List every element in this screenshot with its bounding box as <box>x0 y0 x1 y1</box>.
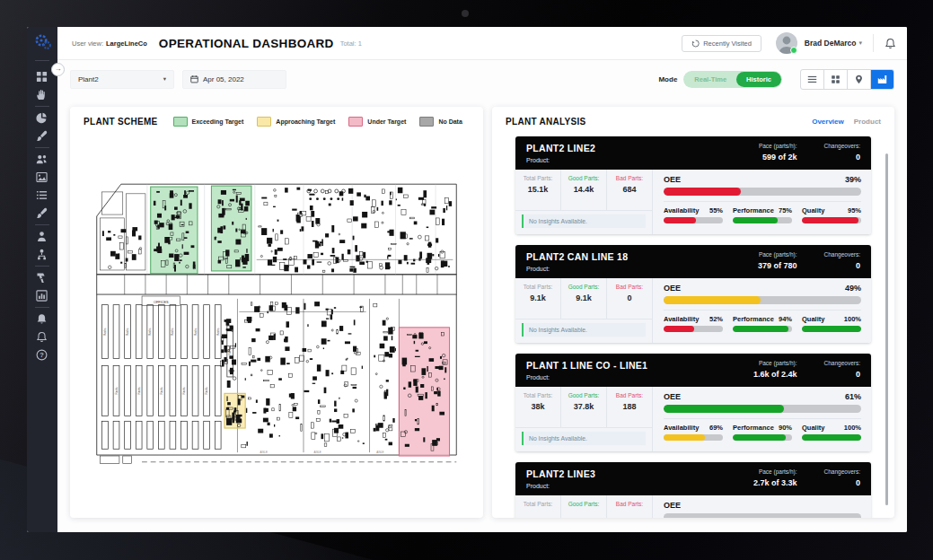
sidebar-item-pie-chart-icon[interactable] <box>35 111 48 125</box>
good-parts-label: Good Parts: <box>561 175 606 181</box>
app-logo-icon <box>33 32 52 51</box>
quality-label: Quality <box>802 424 824 432</box>
plant-select-value: Plant2 <box>78 75 99 83</box>
factory-icon <box>877 74 887 84</box>
plant-view-button[interactable] <box>870 70 893 89</box>
pace-value: 2.7k of 3.3k <box>753 478 797 487</box>
quality-value: 100% <box>844 315 861 323</box>
performance-label: Performance <box>733 206 774 214</box>
line-card[interactable]: PLANT2 LINE2 Product: Pace (parts/h): 59… <box>515 136 871 234</box>
view-switcher <box>800 69 894 90</box>
insights-note: No Insights Available. <box>522 323 646 337</box>
sidebar-divider <box>35 266 49 267</box>
line-cards-list: PLANT2 LINE2 Product: Pace (parts/h): 59… <box>492 131 894 518</box>
history-icon <box>691 39 700 48</box>
changeovers-label: Changeovers: <box>824 360 860 366</box>
zone-under[interactable] <box>399 328 449 456</box>
performance-bar <box>733 434 792 441</box>
availability-label: Availability <box>664 206 699 214</box>
line-name: PLANT2 LINE3 <box>526 468 595 479</box>
zone-exceeding[interactable] <box>151 187 198 274</box>
map-view-button[interactable] <box>847 70 870 89</box>
sidebar-item-list-icon[interactable] <box>35 188 48 202</box>
total-parts-label: Total Parts: <box>515 501 560 507</box>
line-card-body: Total Parts:9.1k Good Parts:9.1k Bad Par… <box>515 278 871 343</box>
oee-bar <box>664 188 861 196</box>
sidebar-item-dashboard-grid-icon[interactable] <box>35 70 48 83</box>
performance-value: 75% <box>779 206 792 214</box>
oee-label: OEE <box>664 392 681 401</box>
mode-option-realtime[interactable]: Real-Time <box>684 72 736 87</box>
sidebar-divider <box>35 224 49 225</box>
sidebar-expand-button[interactable]: → <box>51 63 65 76</box>
bad-parts-label: Bad Parts: <box>607 175 652 181</box>
good-parts-label: Good Parts: <box>561 284 606 290</box>
line-card[interactable]: PLANT2 LINE3 Product: Pace (parts/h): 2.… <box>515 462 871 518</box>
line-name: PLANT2 CAN LINE 18 <box>526 251 628 262</box>
oee-bar-fill <box>664 296 761 304</box>
floor-plan: OFFICESRacksRacksRacksRacksRacksRacksRac… <box>70 131 483 518</box>
oee-label: OEE <box>664 284 681 293</box>
grid-view-button[interactable] <box>823 70 847 89</box>
line-card-header: PLANT2 CAN LINE 18 Product: Pace (parts/… <box>515 245 871 278</box>
performance-value: 90% <box>779 424 792 432</box>
oee-value: 39% <box>845 175 861 184</box>
map-pin-icon <box>854 74 864 84</box>
date-value: Apr 05, 2022 <box>203 75 244 83</box>
line-card-body: Total Parts:15.1k Good Parts:14.4k Bad P… <box>515 170 871 234</box>
recently-visited-button[interactable]: Recently Visited <box>682 35 761 52</box>
good-parts-value: 37.8k <box>561 402 606 411</box>
date-picker[interactable]: Apr 05, 2022 <box>182 70 286 89</box>
legend-item-exceeding: Exceeding Target <box>173 117 244 127</box>
pace-label: Pace (parts/h): <box>758 251 797 258</box>
legend-swatch-exceeding <box>173 117 188 127</box>
sidebar-item-image-icon[interactable] <box>35 171 48 184</box>
bad-parts-value: 684 <box>607 185 652 194</box>
changeovers-value: 0 <box>824 261 860 270</box>
performance-value: 94% <box>779 315 792 323</box>
sidebar-item-workflow-icon[interactable] <box>35 248 48 261</box>
chevron-down-icon: ▾ <box>858 39 862 47</box>
sidebar-item-brush-2-icon[interactable] <box>35 206 48 220</box>
svg-text:Racks: Racks <box>205 387 208 395</box>
sidebar-item-team-icon[interactable] <box>35 153 48 166</box>
sidebar-item-scanner-icon[interactable] <box>35 271 48 284</box>
sidebar-item-brush-icon[interactable] <box>35 129 48 143</box>
legend-label: Approaching Target <box>276 118 335 125</box>
sidebar-item-help-icon[interactable]: ? <box>35 348 48 362</box>
sidebar-item-chart-box-icon[interactable] <box>35 289 48 302</box>
good-parts-label: Good Parts: <box>561 501 606 507</box>
tab-product[interactable]: Product <box>854 118 881 126</box>
changeovers-value: 0 <box>824 153 860 162</box>
svg-text:Racks: Racks <box>194 328 198 336</box>
notifications-bell-icon[interactable] <box>885 38 896 49</box>
line-card[interactable]: PLANT 1 LINE CO - LINE1 Product: Pace (p… <box>515 354 871 451</box>
plant-select[interactable]: Plant2 ▾ <box>70 70 174 89</box>
mode-toggle: Real-Time Historic <box>683 71 782 88</box>
product-label: Product: <box>526 483 595 489</box>
sidebar-item-alerts-filled-icon[interactable] <box>35 312 48 326</box>
sidebar-item-user-icon[interactable] <box>35 230 48 243</box>
sidebar-item-notifications-icon[interactable] <box>35 330 48 344</box>
tab-overview[interactable]: Overview <box>812 118 844 126</box>
good-parts-label: Good Parts: <box>561 392 606 398</box>
line-card[interactable]: PLANT2 CAN LINE 18 Product: Pace (parts/… <box>515 245 871 343</box>
pace-label: Pace (parts/h): <box>753 360 797 366</box>
list-view-button[interactable] <box>801 70 823 89</box>
mode-option-historic[interactable]: Historic <box>736 72 781 87</box>
user-name[interactable]: Brad DeMarco <box>805 39 857 48</box>
performance-bar <box>733 326 792 332</box>
content-area: PLANT SCHEME Exceeding TargetApproaching… <box>57 98 907 532</box>
scrollbar-thumb[interactable] <box>885 153 888 505</box>
bad-parts-label: Bad Parts: <box>607 284 652 290</box>
svg-text:AISLE: AISLE <box>314 451 321 454</box>
oee-bar <box>664 405 861 413</box>
sidebar-divider <box>35 106 49 107</box>
avatar[interactable] <box>776 32 797 54</box>
sidebar-item-hand-icon[interactable] <box>35 88 48 101</box>
pace-value: 379 of 780 <box>758 261 797 270</box>
caret-down-icon: ▾ <box>163 75 166 83</box>
user-view-label: User view: <box>72 39 103 48</box>
oee-value: 49% <box>845 284 861 293</box>
oee-bar <box>664 513 861 518</box>
